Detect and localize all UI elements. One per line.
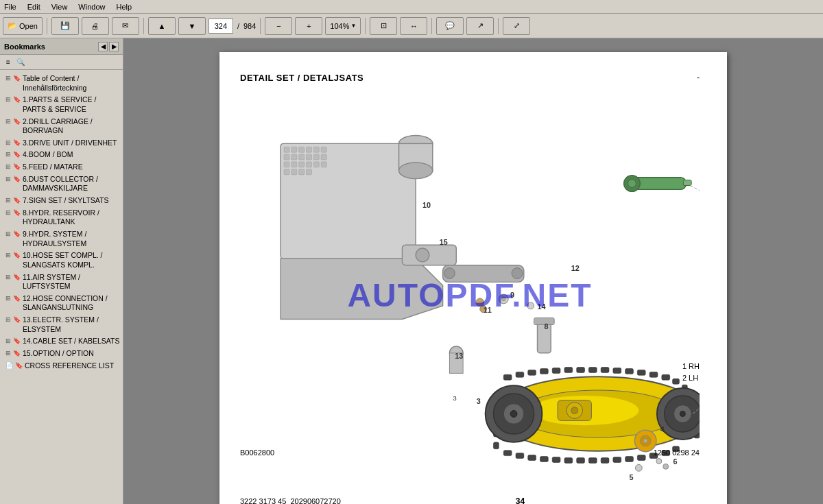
bookmark-label-b8: 8.HYDR. RESERVOIR / HYDRAULTANK bbox=[23, 208, 120, 227]
sidebar-item-b15[interactable]: ⊞🔖15.OPTION / OPTION bbox=[0, 348, 123, 360]
sidebar-item-b1[interactable]: ⊞🔖1.PARTS & SERVICE / PARTS & SERVICE bbox=[0, 94, 123, 115]
sidebar-item-crl[interactable]: 📄🔖CROSS REFERENCE LIST bbox=[0, 360, 123, 372]
bookmark-icon-b14: 🔖 bbox=[13, 337, 21, 346]
menu-bar: File Edit View Window Help bbox=[0, 0, 823, 14]
page-number-input[interactable] bbox=[208, 19, 233, 34]
svg-rect-4 bbox=[307, 147, 312, 152]
svg-rect-81 bbox=[493, 442, 499, 449]
zoom-in-button[interactable]: + bbox=[295, 17, 322, 35]
sidebar-item-b8[interactable]: ⊞🔖8.HYDR. RESERVOIR / HYDRAULTANK bbox=[0, 207, 123, 228]
page-detail-title: DETAIL SET / DETALJSATS bbox=[240, 73, 363, 83]
bookmark-label-b10: 10.HOSE SET COMPL. / SLANGSATS KOMPL. bbox=[23, 251, 120, 269]
fit-page-button[interactable]: ⊡ bbox=[370, 17, 397, 35]
menu-help[interactable]: Help bbox=[116, 3, 132, 11]
svg-rect-11 bbox=[313, 154, 319, 160]
svg-rect-51 bbox=[588, 368, 597, 373]
open-icon: 📂 bbox=[8, 21, 17, 30]
open-label: Open bbox=[19, 22, 38, 30]
svg-rect-1 bbox=[284, 147, 289, 152]
sidebar-item-b6[interactable]: ⊞🔖6.DUST COLLECTOR / DAMMAVSKILJARE bbox=[0, 173, 123, 195]
sidebar-menu-btn[interactable]: ≡ bbox=[3, 57, 14, 68]
diagram-svg: 3 bbox=[240, 107, 700, 491]
svg-rect-18 bbox=[321, 162, 326, 167]
bookmark-icon-b8: 🔖 bbox=[13, 209, 21, 217]
open-button[interactable]: 📂 Open bbox=[3, 17, 43, 35]
svg-rect-12 bbox=[321, 154, 326, 160]
sidebar-item-b14[interactable]: ⊞🔖14.CABLE SET / KABELSATS bbox=[0, 335, 123, 348]
sidebar-item-b13[interactable]: ⊞🔖13.ELECTR. SYSTEM / ELSYSTEM bbox=[0, 314, 123, 335]
svg-rect-2 bbox=[291, 147, 297, 152]
svg-rect-15 bbox=[299, 162, 305, 167]
zoom-out-button[interactable]: − bbox=[265, 17, 292, 35]
bookmark-label-crl: CROSS REFERENCE LIST bbox=[25, 361, 114, 371]
svg-point-104 bbox=[628, 180, 636, 188]
menu-edit[interactable]: Edit bbox=[27, 3, 40, 11]
expand-icon-b5: ⊞ bbox=[5, 163, 11, 171]
zoom-level-dropdown[interactable]: 104% ▼ bbox=[325, 17, 361, 35]
sidebar-item-b7[interactable]: ⊞🔖7.SIGN SET / SKYLTSATS bbox=[0, 195, 123, 207]
expand-icon-b8: ⊞ bbox=[5, 209, 11, 217]
share-button[interactable]: ↗ bbox=[466, 17, 494, 35]
main-layout: Bookmarks ◀ ▶ ≡ 🔍 ⊞🔖Table of Content / I… bbox=[0, 38, 823, 504]
bookmark-tree: ⊞🔖Table of Content / Innehållsförtecknin… bbox=[0, 70, 123, 504]
svg-rect-62 bbox=[503, 451, 512, 456]
prev-page-button[interactable]: ▲ bbox=[148, 17, 176, 35]
content-area[interactable]: DETAIL SET / DETALJSATS - AUTOPDF.NET bbox=[123, 38, 823, 504]
sidebar-item-b5[interactable]: ⊞🔖5.FEED / MATARE bbox=[0, 161, 123, 173]
sidebar-item-b12[interactable]: ⊞🔖12.HOSE CONNECTION / SLANGANSLUTNING bbox=[0, 293, 123, 314]
sidebar-expand-btn[interactable]: ▶ bbox=[109, 42, 119, 51]
print-icon: 🖨 bbox=[91, 22, 99, 30]
sidebar-item-toc[interactable]: ⊞🔖Table of Content / Innehållsförtecknin… bbox=[0, 73, 123, 94]
svg-rect-14 bbox=[291, 162, 297, 167]
sidebar-item-b4[interactable]: ⊞🔖4.BOOM / BOM bbox=[0, 149, 123, 161]
comment-button[interactable]: 💬 bbox=[436, 17, 464, 35]
separator-1 bbox=[47, 18, 47, 34]
svg-rect-63 bbox=[516, 453, 524, 459]
menu-window[interactable]: Window bbox=[78, 3, 105, 11]
item-2-lh: 2 LH bbox=[682, 372, 700, 384]
svg-rect-45 bbox=[516, 372, 524, 377]
sidebar-item-b3[interactable]: ⊞🔖3.DRIVE UNIT / DRIVENHET bbox=[0, 137, 123, 149]
save-button[interactable]: 💾 bbox=[51, 17, 79, 35]
svg-rect-13 bbox=[284, 162, 289, 167]
expand-icon-b11: ⊞ bbox=[5, 274, 11, 282]
sidebar-header-buttons: ◀ ▶ bbox=[98, 42, 119, 51]
expand-icon-b10: ⊞ bbox=[5, 252, 11, 260]
sidebar-item-b2[interactable]: ⊞🔖2.DRILL CARRIAGE / BORRVAGN bbox=[0, 116, 123, 137]
svg-point-98 bbox=[643, 439, 647, 443]
bookmark-label-toc: Table of Content / Innehållsförteckning bbox=[23, 74, 120, 93]
bookmark-label-b5: 5.FEED / MATARE bbox=[23, 163, 83, 172]
fit-width-button[interactable]: ↔ bbox=[400, 17, 427, 35]
svg-point-95 bbox=[571, 407, 578, 414]
zoom-dropdown-icon: ▼ bbox=[350, 23, 356, 29]
zoom-level-value: 104% bbox=[330, 22, 349, 30]
bookmark-label-b7: 7.SIGN SET / SKYLTSATS bbox=[23, 196, 108, 206]
page-dash: - bbox=[697, 73, 700, 97]
bookmark-label-b11: 11.AIR SYSTEM / LUFTSYSTEM bbox=[23, 273, 120, 291]
next-page-button[interactable]: ▼ bbox=[178, 17, 206, 35]
menu-file[interactable]: File bbox=[4, 3, 16, 11]
print-button[interactable]: 🖨 bbox=[82, 17, 109, 35]
bookmark-label-b9: 9.HYDR. SYSTEM / HYDRAULSYSTEM bbox=[23, 230, 120, 248]
email-button[interactable]: ✉ bbox=[112, 17, 139, 35]
svg-text:13: 13 bbox=[455, 352, 463, 360]
svg-text:9: 9 bbox=[510, 291, 514, 299]
fullscreen-button[interactable]: ⤢ bbox=[503, 17, 530, 35]
bookmark-label-b3: 3.DRIVE UNIT / DRIVENHET bbox=[23, 139, 117, 148]
svg-text:4: 4 bbox=[660, 425, 665, 433]
svg-line-106 bbox=[686, 184, 700, 205]
sidebar-collapse-btn[interactable]: ◀ bbox=[98, 42, 108, 51]
sidebar-item-b11[interactable]: ⊞🔖11.AIR SYSTEM / LUFTSYSTEM bbox=[0, 272, 123, 293]
sidebar-item-b10[interactable]: ⊞🔖10.HOSE SET COMPL. / SLANGSATS KOMPL. bbox=[0, 250, 123, 271]
svg-rect-47 bbox=[540, 368, 548, 374]
separator-3 bbox=[260, 18, 261, 34]
svg-text:12: 12 bbox=[571, 264, 580, 272]
bookmark-icon-b9: 🔖 bbox=[13, 230, 21, 239]
sidebar-search-btn[interactable]: 🔍 bbox=[15, 57, 26, 68]
expand-icon-b14: ⊞ bbox=[5, 337, 11, 346]
sidebar-title: Bookmarks bbox=[4, 43, 45, 51]
menu-view[interactable]: View bbox=[51, 3, 68, 11]
expand-icon-b4: ⊞ bbox=[5, 151, 11, 159]
sidebar-item-b9[interactable]: ⊞🔖9.HYDR. SYSTEM / HYDRAULSYSTEM bbox=[0, 228, 123, 250]
svg-point-100 bbox=[656, 459, 662, 464]
